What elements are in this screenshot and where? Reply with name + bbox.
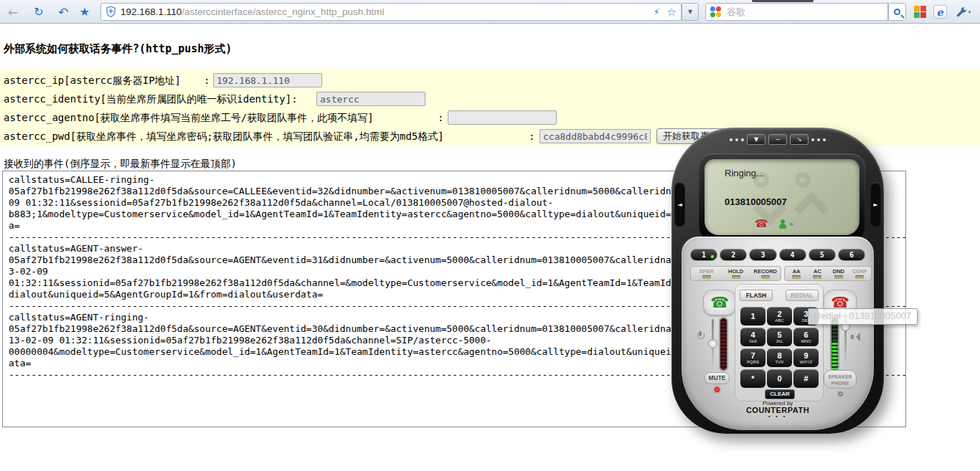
pwd-label: astercc_pwd[获取坐席事件，填写坐席密码;获取团队事件，填写团队验证串… bbox=[4, 130, 444, 142]
key-7[interactable]: 7PQRS bbox=[740, 348, 765, 367]
agentno-input[interactable] bbox=[448, 110, 557, 125]
record-button[interactable]: RECORD bbox=[752, 268, 778, 279]
line-3-button[interactable]: 3 bbox=[749, 249, 776, 261]
redial-button[interactable]: REDIAL bbox=[786, 290, 819, 301]
lcd-hangup-icon: ☎ bbox=[755, 217, 768, 230]
mic-volume-slider[interactable] bbox=[712, 319, 714, 369]
function-buttons-row: XFER HOLD RECORD AA AC DND CONF bbox=[690, 266, 872, 281]
line-1-button[interactable]: 1 bbox=[690, 249, 717, 261]
softphone-window[interactable]: ▼ − ↘ Ringing... 013810005007 ☎ » ◄ ► 1 … bbox=[672, 128, 884, 434]
lcd-ringing-waves-icon: » bbox=[789, 220, 793, 228]
mic-level-meter bbox=[719, 317, 728, 371]
search-box[interactable]: 谷歌 bbox=[705, 3, 888, 21]
counterpath-branding: Powered by COUNTERPATH • • • bbox=[672, 400, 884, 419]
browser-toolbar: ← ↻ ↶ ★ 192.168.1.110/asterccinterface/a… bbox=[0, 0, 980, 24]
ip-label: astercc_ip[astercc服务器IP地址] bbox=[4, 75, 181, 86]
line-4-button[interactable]: 4 bbox=[779, 249, 806, 261]
mute-button[interactable]: MUTE bbox=[705, 372, 730, 384]
aa-button[interactable]: AA bbox=[787, 268, 805, 279]
search-icon bbox=[894, 9, 900, 15]
key-4[interactable]: 4GHI bbox=[740, 328, 765, 346]
form-row-identity: astercc_identity[当前坐席所属团队的唯一标识identity]: bbox=[0, 90, 980, 108]
key-9[interactable]: 9WXYZ bbox=[793, 348, 819, 367]
ie-mode-icon[interactable]: e bbox=[931, 0, 948, 24]
left-drawer-tab[interactable]: ◄ bbox=[674, 182, 685, 227]
dnd-button[interactable]: DND bbox=[829, 268, 847, 279]
phone-resize-button[interactable]: ↘ bbox=[790, 134, 809, 145]
line-2-button[interactable]: 2 bbox=[720, 249, 747, 261]
line-6-button[interactable]: 6 bbox=[838, 249, 865, 261]
clear-button[interactable]: CLEAR bbox=[765, 389, 795, 399]
mute-led bbox=[715, 387, 720, 392]
identity-input[interactable] bbox=[316, 92, 425, 106]
brand-dots: • • • bbox=[672, 414, 884, 419]
softphone-window-controls: ▼ − ↘ bbox=[672, 134, 884, 145]
line-buttons-row: 1 2 3 4 5 6 bbox=[690, 249, 865, 261]
form-row-agentno: astercc_agentno[获取坐席事件填写当前坐席工号/获取团队事件，此项… bbox=[0, 108, 980, 127]
url-host: 192.168.1.110 bbox=[121, 6, 182, 17]
back-icon[interactable]: ← bbox=[4, 0, 22, 24]
speaker-icon bbox=[851, 333, 859, 341]
bookmark-star-icon[interactable]: ★ bbox=[76, 0, 93, 24]
dialed-number-text: 013810005007 bbox=[725, 196, 787, 207]
ip-input[interactable] bbox=[213, 73, 322, 87]
hold-button[interactable]: HOLD bbox=[722, 268, 749, 279]
agentno-label: astercc_agentno[获取坐席事件填写当前坐席工号/获取团队事件，此项… bbox=[4, 112, 374, 123]
speaker-phone-led bbox=[838, 391, 843, 396]
google-logo-icon bbox=[710, 6, 722, 18]
xfer-button[interactable]: XFER bbox=[693, 268, 720, 279]
conf-button[interactable]: CONF bbox=[851, 268, 869, 279]
flash-button[interactable]: FLASH bbox=[740, 290, 773, 301]
url-text: 192.168.1.110/asterccinterface/astercc_n… bbox=[121, 6, 385, 17]
speaker-level-meter bbox=[830, 317, 839, 371]
redial-tooltip: Redial - 013810005007 bbox=[808, 308, 918, 325]
address-bar[interactable]: 192.168.1.110/asterccinterface/astercc_n… bbox=[100, 3, 682, 21]
search-go-button[interactable] bbox=[888, 3, 906, 21]
lcd-caller-person-icon bbox=[778, 219, 786, 229]
call-status-text: Ringing... bbox=[725, 168, 764, 179]
identity-label: astercc_identity[当前坐席所属团队的唯一标识identity]: bbox=[4, 93, 298, 105]
phone-menu-button[interactable]: ▼ bbox=[747, 134, 765, 145]
right-drawer-tab[interactable]: ► bbox=[870, 182, 881, 227]
keypad-panel: FLASH REDIAL 1 2ABC 3DEF 4GHI 5JKL 6MNO … bbox=[735, 284, 824, 401]
lcd-display: Ringing... 013810005007 ☎ » bbox=[705, 159, 859, 235]
microphone-icon bbox=[697, 331, 703, 340]
tab-edge bbox=[752, 0, 814, 2]
url-path: /asterccinterface/astercc_nginx_http_pus… bbox=[182, 6, 384, 17]
pwd-input[interactable] bbox=[540, 129, 651, 143]
answer-dial-button[interactable]: ☎ bbox=[703, 290, 736, 315]
phone-minimize-button[interactable]: − bbox=[768, 134, 787, 145]
lightning-icon[interactable]: ⚡ bbox=[653, 6, 659, 17]
undo-arrow-icon[interactable]: ↶ bbox=[55, 0, 72, 24]
tools-wrench-icon[interactable]: ▾ bbox=[951, 0, 976, 24]
green-handset-icon: ☎ bbox=[710, 295, 729, 310]
key-6[interactable]: 6MNO bbox=[793, 328, 819, 346]
quick-bookmark-star-icon[interactable]: ☆ bbox=[667, 6, 677, 19]
key-hash[interactable]: # bbox=[793, 369, 819, 388]
key-2[interactable]: 2ABC bbox=[767, 307, 792, 325]
page-title: 外部系统如何获取话务事件?(http_push形式) bbox=[4, 42, 980, 55]
key-0[interactable]: 0 bbox=[767, 369, 792, 388]
speaker-phone-button[interactable]: SPEAKER PHONE bbox=[824, 370, 857, 389]
refresh-icon[interactable]: ↻ bbox=[30, 0, 47, 24]
line-5-button[interactable]: 5 bbox=[809, 249, 836, 261]
key-1[interactable]: 1 bbox=[740, 307, 765, 325]
speaker-volume-slider[interactable] bbox=[844, 319, 847, 369]
url-dropdown-button[interactable]: ▼ bbox=[682, 3, 699, 21]
ac-button[interactable]: AC bbox=[809, 268, 826, 279]
form-row-ip: astercc_ip[astercc服务器IP地址] : bbox=[0, 71, 980, 90]
search-placeholder: 谷歌 bbox=[727, 6, 745, 19]
key-8[interactable]: 8TUV bbox=[767, 348, 792, 367]
apps-grid-icon[interactable] bbox=[913, 0, 927, 24]
shield-icon bbox=[105, 6, 116, 18]
key-5[interactable]: 5JKL bbox=[767, 328, 792, 346]
key-star[interactable]: * bbox=[740, 369, 765, 388]
